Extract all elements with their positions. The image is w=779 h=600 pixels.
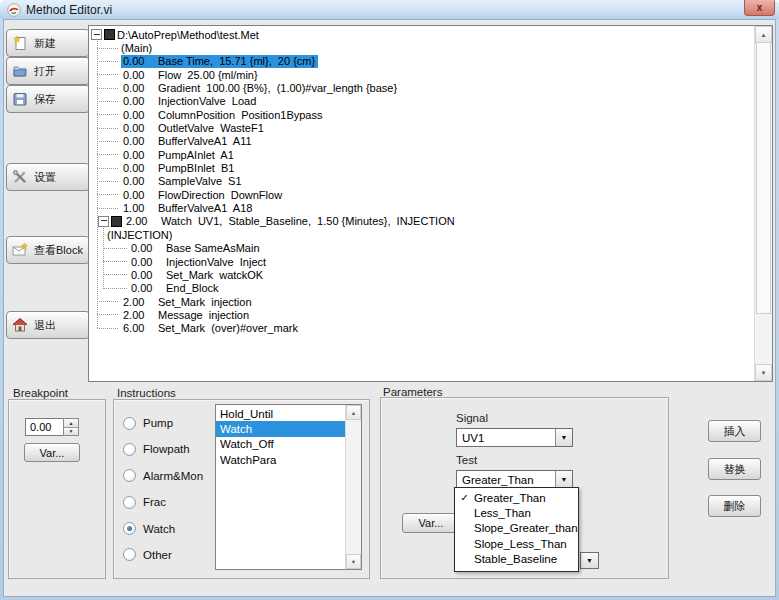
spin-down-icon[interactable]: ▼	[64, 428, 78, 436]
tree-row[interactable]: 2.00Message injection	[90, 308, 754, 321]
radio-option-label: Frac	[143, 496, 166, 508]
tree-row[interactable]: 0.00Gradient 100.00 {B%}, (1.00)#var_len…	[90, 81, 754, 94]
tree-scrollbar[interactable]: ▲ ▼	[754, 26, 772, 381]
method-tree-panel: D:\AutoPrep\Method\test.Met(Main)0.00Bas…	[88, 25, 773, 382]
expander-collapse-icon[interactable]	[91, 29, 102, 40]
breakpoint-value-field[interactable]: 0.00	[25, 418, 63, 436]
tree-guide	[97, 101, 118, 102]
radio-icon[interactable]	[123, 469, 136, 482]
insert-button[interactable]: 插入	[708, 420, 761, 442]
step-time: 0.00	[121, 109, 158, 121]
radio-icon[interactable]	[123, 417, 136, 430]
radio-option-label: Watch	[143, 523, 175, 535]
chevron-down-icon[interactable]: ▼	[555, 429, 572, 446]
breakpoint-value-spinner[interactable]: 0.00 ▲ ▼	[25, 418, 79, 436]
tree-row[interactable]: 2.00Watch UV1, Stable_Baseline, 1.50 {Mi…	[90, 215, 754, 228]
signal-dropdown[interactable]: UV1 ▼	[456, 428, 573, 447]
scroll-up-icon[interactable]: ▲	[346, 405, 361, 420]
tree-row[interactable]: 0.00End_Block	[90, 282, 754, 295]
step-text: ColumnPosition Position1Bypass	[158, 109, 325, 121]
list-item[interactable]: Watch_Off	[216, 437, 346, 452]
radio-option-watch[interactable]: Watch	[123, 522, 203, 536]
radio-icon[interactable]	[123, 443, 136, 456]
tree-row[interactable]: D:\AutoPrep\Method\test.Met	[90, 28, 754, 41]
replace-button[interactable]: 替换	[708, 458, 761, 480]
radio-option-pump[interactable]: Pump	[123, 416, 203, 430]
delete-button[interactable]: 删除	[708, 495, 761, 517]
listbox-scrollbar[interactable]: ▲ ▼	[345, 405, 361, 569]
tree-row[interactable]: 0.00Base Time, 15.71 {ml}, 20 {cm}	[90, 55, 754, 68]
instruction-list-items: Hold_UntilWatchWatch_OffWatchPara	[216, 406, 346, 468]
radio-option-other[interactable]: Other	[123, 548, 203, 562]
tree-row[interactable]: 0.00Flow 25.00 {ml/min}	[90, 68, 754, 81]
close-icon: x	[757, 2, 763, 13]
tree-row[interactable]: 0.00OutletValve WasteF1	[90, 121, 754, 134]
radio-option-label: Pump	[143, 417, 173, 429]
sidebar-button-view-block[interactable]: 查看Block	[6, 236, 90, 264]
list-item[interactable]: Hold_Until	[216, 406, 346, 421]
radio-icon[interactable]	[123, 548, 136, 561]
tree-row-content: 0.00InjectionValve Load	[121, 95, 259, 108]
tree-row[interactable]: 0.00Base SameAsMain	[90, 242, 754, 255]
tree-row-content: (Main)	[121, 42, 155, 55]
tree-row[interactable]: 6.00Set_Mark (over)#over_mark	[90, 322, 754, 335]
radio-icon[interactable]	[123, 522, 136, 535]
list-item[interactable]: WatchPara	[216, 452, 346, 467]
tree-row[interactable]: 0.00ColumnPosition Position1Bypass	[90, 108, 754, 121]
tree-row[interactable]: 0.00InjectionValve Inject	[90, 255, 754, 268]
tree-row[interactable]: 0.00PumpBInlet B1	[90, 161, 754, 174]
value-dropdown-arrow-icon[interactable]: ▼	[580, 552, 599, 569]
scroll-up-icon[interactable]: ▲	[755, 26, 772, 43]
menu-item[interactable]: Less_Than	[455, 505, 578, 520]
sidebar-button-exit[interactable]: 退出	[6, 311, 90, 339]
breakpoint-var-button[interactable]: Var...	[24, 443, 80, 462]
step-text: BufferValveA1 A18	[158, 202, 255, 214]
tree-node-icon	[104, 29, 115, 40]
parameters-var-button[interactable]: Var...	[402, 513, 460, 533]
scroll-down-icon[interactable]: ▼	[755, 364, 772, 381]
sidebar-button-settings[interactable]: 设置	[6, 163, 90, 191]
tree-row[interactable]: 0.00SampleValve S1	[90, 175, 754, 188]
tree-guide	[97, 301, 118, 302]
step-text: Watch UV1, Stable_Baseline, 1.50 {Minute…	[161, 215, 458, 227]
menu-item[interactable]: Slope_Less_Than	[455, 536, 578, 551]
scroll-down-icon[interactable]: ▼	[346, 554, 361, 569]
spinner-buttons: ▲ ▼	[63, 418, 79, 436]
sidebar-button-save[interactable]: 保存	[6, 85, 90, 113]
tree-row[interactable]: 2.00Set_Mark injection	[90, 295, 754, 308]
menu-item[interactable]: Stable_Baseline	[455, 552, 578, 567]
chevron-down-icon[interactable]: ▼	[555, 471, 572, 488]
radio-option-flowpath[interactable]: Flowpath	[123, 442, 203, 456]
tree-scrollbar-thumb[interactable]	[756, 42, 771, 314]
close-button[interactable]: x	[744, 0, 775, 16]
tree-row[interactable]: (Main)	[90, 41, 754, 54]
menu-item[interactable]: ✓Greater_Than	[455, 490, 578, 505]
spin-up-icon[interactable]: ▲	[64, 419, 78, 428]
mail-star-icon	[12, 242, 28, 258]
step-time: 0.00	[121, 135, 158, 147]
sidebar-button-open[interactable]: 打开	[6, 57, 90, 85]
tree-guide	[97, 208, 118, 209]
step-text: Base Time, 15.71 {ml}, 20 {cm}	[158, 55, 318, 67]
list-item[interactable]: Watch	[216, 421, 346, 436]
tree-row[interactable]: 0.00Set_Mark watckOK	[90, 268, 754, 281]
step-time: 0.00	[121, 95, 158, 107]
expander-collapse-icon[interactable]	[98, 216, 109, 227]
radio-option-alarm-mon[interactable]: Alarm&Mon	[123, 469, 203, 483]
sidebar-button-new[interactable]: 新建	[6, 29, 90, 57]
step-time: 2.00	[121, 296, 158, 308]
step-text: Set_Mark (over)#over_mark	[158, 322, 301, 334]
tree-row[interactable]: 0.00PumpAInlet A1	[90, 148, 754, 161]
tree-row[interactable]: 0.00FlowDirection DownFlow	[90, 188, 754, 201]
menu-item-label: Stable_Baseline	[474, 553, 557, 565]
tree-row[interactable]: (INJECTION)	[90, 228, 754, 241]
tree-row-content: 0.00InjectionValve Inject	[129, 255, 269, 268]
radio-option-frac[interactable]: Frac	[123, 495, 203, 509]
tree-row[interactable]: 1.00BufferValveA1 A18	[90, 201, 754, 214]
tree-guide	[97, 168, 118, 169]
radio-icon[interactable]	[123, 496, 136, 509]
tree-row[interactable]: 0.00InjectionValve Load	[90, 95, 754, 108]
tree-row[interactable]: 0.00BufferValveA1 A11	[90, 135, 754, 148]
menu-item[interactable]: Slope_Greater_than	[455, 521, 578, 536]
tree-guide	[97, 128, 118, 129]
